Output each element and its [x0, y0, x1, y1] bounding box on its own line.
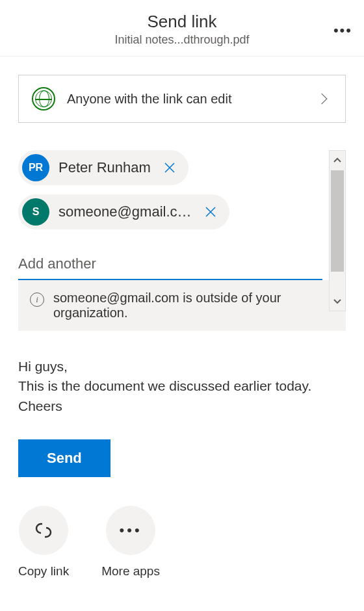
link-icon [19, 506, 68, 555]
dialog-subtitle: Initial notes...dthrough.pdf [13, 33, 351, 47]
avatar: S [22, 198, 49, 226]
copy-link-label: Copy link [18, 564, 69, 578]
message-body[interactable]: Hi guys, This is the document we discuss… [18, 357, 346, 416]
external-recipient-warning: i someone@gmail.com is outside of your o… [18, 280, 346, 331]
more-icon: ••• [106, 506, 155, 555]
recipient-chip: PR Peter Runham [18, 150, 188, 185]
remove-recipient-button[interactable] [201, 206, 220, 218]
more-apps-label: More apps [101, 564, 160, 578]
more-apps-button[interactable]: ••• More apps [101, 506, 160, 578]
scroll-down-button[interactable] [330, 291, 345, 311]
scroll-thumb[interactable] [331, 170, 344, 272]
send-button[interactable]: Send [18, 439, 110, 477]
secondary-actions: Copy link ••• More apps [18, 506, 346, 578]
add-recipient-input[interactable] [18, 250, 322, 280]
recipient-name: someone@gmail.c… [58, 203, 192, 220]
link-permissions-label: Anyone with the link can edit [67, 92, 306, 107]
globe-icon [32, 87, 55, 110]
scrollbar[interactable] [329, 150, 346, 311]
scroll-up-button[interactable] [330, 151, 345, 170]
recipient-chip: S someone@gmail.c… [18, 194, 229, 229]
link-permissions-row[interactable]: Anyone with the link can edit [18, 75, 346, 123]
warning-text: someone@gmail.com is outside of your org… [53, 291, 313, 320]
remove-recipient-button[interactable] [160, 162, 179, 174]
copy-link-button[interactable]: Copy link [18, 506, 69, 578]
dialog-header: Send link Initial notes...dthrough.pdf •… [0, 0, 364, 57]
info-icon: i [30, 292, 44, 307]
avatar: PR [22, 154, 49, 181]
chevron-right-icon [317, 94, 328, 105]
recipient-name: Peter Runham [58, 159, 151, 176]
recipients-area: PR Peter Runham S someone@gmail.c… i som… [18, 150, 346, 331]
dialog-title: Send link [13, 12, 351, 32]
more-options-button[interactable]: ••• [333, 22, 352, 39]
